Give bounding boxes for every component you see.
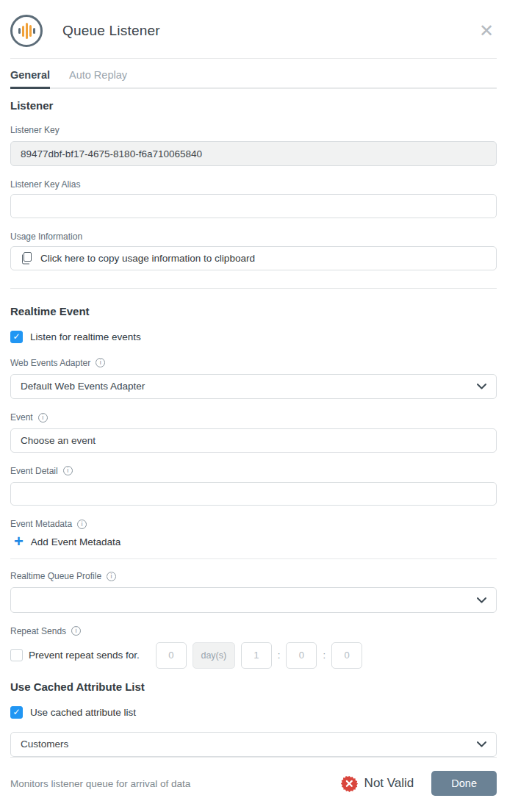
subsection-divider (10, 558, 497, 559)
realtime-queue-profile-label: Realtime Queue Profile i (10, 571, 497, 581)
tab-bar: General Auto Replay (10, 69, 497, 89)
realtime-event-section-heading: Realtime Event (10, 305, 497, 317)
add-event-metadata-button[interactable]: + Add Event Metadata (14, 535, 497, 548)
footer-description: Monitors listener queue for arrival of d… (10, 778, 190, 789)
section-divider (10, 288, 497, 289)
plus-icon: + (14, 535, 24, 548)
info-icon[interactable]: i (77, 520, 87, 529)
web-events-adapter-label: Web Events Adapter i (10, 358, 497, 368)
audio-wave-icon (10, 15, 43, 47)
repeat-seconds-input[interactable] (331, 642, 362, 669)
done-button[interactable]: Done (431, 771, 497, 796)
days-unit-label: day(s) (193, 642, 235, 669)
info-icon[interactable]: i (71, 626, 81, 636)
listen-realtime-checkbox[interactable]: ✓ (10, 331, 23, 343)
use-cached-checkbox[interactable]: ✓ (10, 706, 23, 719)
chevron-down-icon (477, 594, 486, 606)
status-label: Not Valid (364, 776, 414, 791)
web-events-adapter-select[interactable]: Default Web Events Adapter (10, 374, 497, 399)
info-icon[interactable]: i (38, 413, 48, 423)
copy-icon (21, 252, 32, 265)
queue-listener-dialog: Queue Listener ✕ General Auto Replay Lis… (0, 0, 507, 812)
error-rosette-icon (341, 775, 358, 792)
copy-usage-information-button[interactable]: Click here to copy usage information to … (10, 246, 497, 270)
web-events-adapter-value: Default Web Events Adapter (21, 381, 145, 392)
info-icon[interactable]: i (96, 358, 105, 367)
listener-key-label: Listener Key (10, 125, 497, 135)
tab-auto-replay[interactable]: Auto Replay (69, 69, 127, 89)
chevron-down-icon (477, 739, 486, 750)
repeat-hours-input[interactable] (241, 642, 272, 669)
event-detail-field[interactable] (10, 482, 497, 506)
attribute-list-select[interactable]: Customers (10, 732, 497, 757)
repeat-minutes-input[interactable] (286, 642, 317, 669)
dialog-title: Queue Listener (62, 23, 160, 39)
cached-attribute-section-heading: Use Cached Attribute List (10, 680, 497, 693)
attribute-list-value: Customers (21, 739, 68, 750)
dialog-header: Queue Listener ✕ (10, 0, 497, 47)
header-divider (10, 58, 497, 59)
info-icon[interactable]: i (63, 466, 73, 475)
realtime-queue-profile-select[interactable] (10, 587, 497, 612)
listen-realtime-checkbox-label: Listen for realtime events (30, 331, 141, 342)
add-event-metadata-label: Add Event Metadata (31, 536, 121, 547)
copy-usage-label: Click here to copy usage information to … (40, 253, 255, 264)
listener-section-heading: Listener (10, 99, 497, 112)
close-icon[interactable]: ✕ (476, 21, 497, 41)
event-detail-label: Event Detail i (10, 466, 497, 476)
use-cached-checkbox-label: Use cached attribute list (30, 707, 136, 718)
time-separator: : (278, 650, 281, 661)
event-label: Event i (10, 412, 497, 423)
listener-key-alias-field[interactable] (10, 194, 497, 218)
prevent-repeat-sends-label: Prevent repeat sends for. (29, 650, 140, 661)
time-separator: : (323, 650, 326, 661)
info-icon[interactable]: i (107, 572, 116, 581)
repeat-sends-row: Prevent repeat sends for. day(s) : : (10, 642, 497, 669)
event-field[interactable] (10, 428, 497, 453)
repeat-sends-label: Repeat Sends i (10, 626, 497, 636)
prevent-repeat-sends-checkbox[interactable] (10, 649, 23, 661)
event-metadata-label: Event Metadata i (10, 519, 497, 529)
repeat-days-input[interactable] (156, 642, 187, 669)
tab-general[interactable]: General (10, 69, 50, 89)
listener-key-field[interactable] (10, 141, 497, 166)
dialog-footer: Monitors listener queue for arrival of d… (10, 757, 497, 812)
listener-key-alias-label: Listener Key Alias (10, 179, 497, 190)
listen-realtime-checkbox-row[interactable]: ✓ Listen for realtime events (10, 331, 497, 343)
chevron-down-icon (477, 381, 486, 392)
validation-status: Not Valid (341, 775, 414, 792)
usage-information-label: Usage Information (10, 231, 497, 242)
use-cached-checkbox-row[interactable]: ✓ Use cached attribute list (10, 706, 497, 719)
